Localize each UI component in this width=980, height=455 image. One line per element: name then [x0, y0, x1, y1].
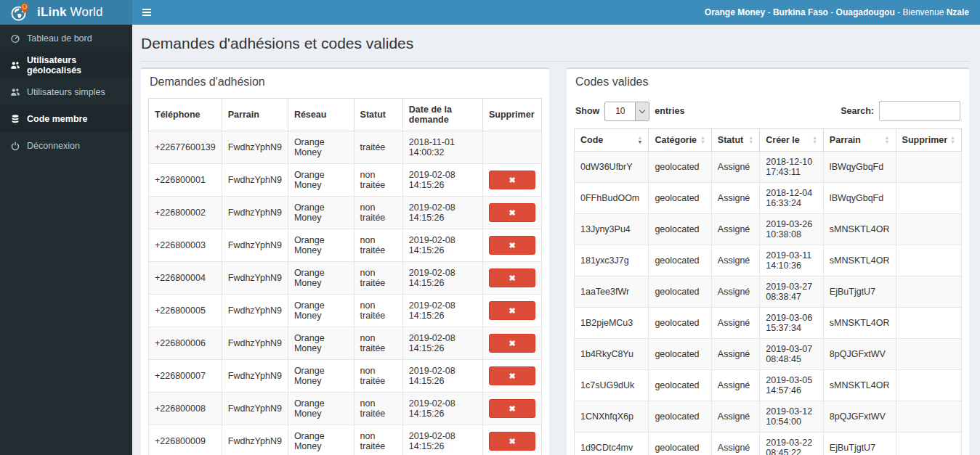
cell-date: 2018-11-01 14:00:32: [402, 131, 482, 164]
close-icon: ✖: [509, 241, 515, 250]
cell-date: 2019-02-08 14:15:26: [402, 393, 482, 425]
cell-statut: Assigné: [711, 245, 759, 276]
sidebar: Tableau de bordUtilisateurs géolocalisés…: [0, 25, 132, 455]
column-header-reseau: Réseau: [288, 99, 354, 131]
column-header-statut: Statut: [354, 99, 402, 131]
cell-parrain: FwdhzYphN9: [222, 262, 288, 295]
column-label: Parrain: [830, 135, 861, 145]
column-header-creer-le[interactable]: Créer le▲▼: [760, 129, 824, 152]
cell-creer_le: 2018-12-04 16:33:24: [760, 183, 824, 214]
sidebar-item-tableau-de-bord[interactable]: Tableau de bord: [0, 25, 132, 52]
sidebar-item-label: Tableau de bord: [27, 33, 92, 44]
close-icon: ✖: [509, 339, 515, 348]
cell-supprimer: [896, 339, 961, 370]
cell-code: 1aaTee3fWr: [575, 276, 649, 308]
column-header-categorie[interactable]: Catégorie▲▼: [649, 129, 711, 152]
cell-parrain: lBWqyGbqFd: [823, 183, 896, 214]
delete-button[interactable]: ✖: [489, 432, 535, 451]
cell-statut: Assigné: [711, 370, 759, 401]
cell-statut: Assigné: [711, 308, 759, 339]
database-icon: [10, 114, 20, 124]
cell-parrain: 8pQJGFxtWV: [823, 339, 896, 370]
cell-supprimer: ✖: [483, 164, 542, 197]
cell-statut: Assigné: [711, 183, 759, 214]
cell-categorie: geolocated: [649, 245, 711, 276]
page-title: Demandes d'adhésions et codes valides: [141, 35, 969, 62]
cell-statut: Assigné: [711, 433, 759, 455]
cell-telephone: +226800008: [149, 393, 222, 425]
cell-telephone: +22677600139: [149, 131, 222, 164]
column-header-code[interactable]: Code▲▼: [575, 129, 649, 152]
delete-button[interactable]: ✖: [489, 399, 535, 418]
cell-creer_le: 2019-03-07 08:48:45: [760, 339, 824, 370]
table-row: +226800007FwdhzYphN9Orange Moneynon trai…: [149, 360, 542, 393]
column-label: Code: [580, 135, 603, 145]
sidebar-toggle-button[interactable]: [132, 0, 161, 25]
table-row: +226800002FwdhzYphN9Orange Moneynon trai…: [149, 197, 542, 229]
close-icon: ✖: [509, 274, 515, 282]
cell-date: 2019-02-08 14:15:26: [402, 164, 482, 197]
cell-statut: non traitée: [354, 262, 402, 295]
cell-code: 1d9CDtc4mv: [575, 433, 649, 455]
cell-reseau: Orange Money: [288, 197, 354, 229]
delete-button[interactable]: ✖: [489, 301, 535, 320]
cell-parrain: FwdhzYphN9: [222, 360, 288, 393]
cell-parrain: sMNSKTL4OR: [823, 214, 896, 245]
cell-supprimer: ✖: [483, 327, 542, 360]
search-label: Search:: [841, 106, 874, 116]
table-row: +22677600139FwdhzYphN9Orange Moneytraité…: [149, 131, 542, 164]
cell-code: 1b4RkyC8Yu: [575, 339, 649, 370]
cell-telephone: +226800005: [149, 295, 222, 327]
cell-statut: non traitée: [354, 360, 402, 393]
delete-button[interactable]: ✖: [489, 334, 535, 353]
cell-categorie: geolocated: [649, 370, 711, 401]
table-row: 1aaTee3fWrgeolocatedAssigné2019-03-27 08…: [575, 276, 962, 308]
app-logo[interactable]: $ iLink World: [0, 0, 132, 25]
cell-supprimer: [896, 183, 961, 214]
show-label: Show: [575, 106, 599, 116]
close-icon: ✖: [509, 208, 515, 217]
cell-telephone: +226800003: [149, 229, 222, 262]
sidebar-item-deconnexion[interactable]: Déconnexion: [0, 132, 132, 159]
cell-supprimer: ✖: [483, 229, 542, 262]
delete-button[interactable]: ✖: [489, 269, 535, 287]
table-row: 181yxc3J7ggeolocatedAssigné2019-03-11 14…: [575, 245, 962, 276]
page-length-select[interactable]: 10: [604, 102, 649, 121]
cell-reseau: Orange Money: [288, 425, 354, 455]
cell-supprimer: [896, 401, 961, 433]
cell-categorie: geolocated: [649, 401, 711, 433]
delete-button[interactable]: ✖: [489, 366, 535, 385]
column-header-supprimer[interactable]: Supprimer▲▼: [896, 129, 961, 152]
delete-button[interactable]: ✖: [489, 203, 535, 222]
column-header-supprimer: Supprimer: [483, 99, 542, 131]
cell-reseau: Orange Money: [288, 393, 354, 425]
column-header-parrain[interactable]: Parrain▲▼: [823, 129, 896, 152]
table-row: +226800004FwdhzYphN9Orange Moneynon trai…: [149, 262, 542, 295]
table-row: 1b4RkyC8YugeolocatedAssigné2019-03-07 08…: [575, 339, 962, 370]
cell-date: 2019-02-08 14:15:26: [402, 197, 482, 229]
sidebar-item-label: Déconnexion: [27, 141, 80, 151]
cell-categorie: geolocated: [649, 152, 711, 183]
cell-telephone: +226800006: [149, 327, 222, 360]
power-icon: [10, 141, 20, 151]
cell-parrain: FwdhzYphN9: [222, 425, 288, 455]
cell-statut: non traitée: [354, 393, 402, 425]
delete-button[interactable]: ✖: [489, 236, 535, 255]
cell-creer_le: 2019-03-26 10:38:08: [760, 214, 824, 245]
codes-panel-title: Codes valides: [567, 69, 969, 95]
cell-supprimer: [896, 308, 961, 339]
close-icon: ✖: [509, 404, 515, 413]
cell-reseau: Orange Money: [288, 164, 354, 197]
column-header-statut[interactable]: Statut▲▼: [711, 129, 759, 152]
column-header-parrain: Parrain: [222, 99, 288, 131]
sidebar-item-utilisateurs-geolocalises[interactable]: Utilisateurs géolocalisés: [0, 52, 132, 78]
search-input[interactable]: [879, 101, 960, 121]
sidebar-item-utilisateurs-simples[interactable]: Utilisateurs simples: [0, 78, 132, 105]
delete-button[interactable]: ✖: [489, 171, 535, 189]
cell-categorie: geolocated: [649, 183, 711, 214]
sidebar-item-code-membre[interactable]: Code membre: [0, 105, 132, 132]
app-title: iLink World: [37, 5, 103, 20]
cell-statut: Assigné: [711, 214, 759, 245]
cell-supprimer: [896, 152, 961, 183]
users-icon: [10, 87, 20, 97]
